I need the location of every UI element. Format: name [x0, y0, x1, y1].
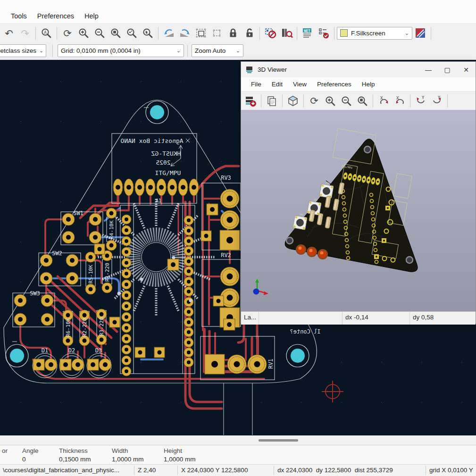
orthographic-view-icon[interactable]: [286, 94, 300, 108]
svg-text:SW2: SW2: [52, 250, 62, 257]
zoom-in-icon[interactable]: [323, 94, 337, 108]
3d-viewer-titlebar[interactable]: 3D Viewer — ▢ ✕: [241, 62, 476, 77]
flip-right-icon[interactable]: [178, 26, 192, 40]
zoom-label: Zoom Auto: [195, 47, 225, 54]
zoom-dropdown[interactable]: Zoom Auto ⌄: [192, 44, 243, 57]
zoom-in-icon[interactable]: [76, 26, 91, 40]
library-browser-icon[interactable]: [279, 26, 293, 40]
3d-viewer-statusbar: La... dx -0,14 dy 0,58: [241, 311, 476, 325]
layer-selector[interactable]: F.Silkscreen ⌄: [337, 27, 412, 40]
unlock-icon[interactable]: [242, 26, 256, 40]
menu-edit[interactable]: Edit: [267, 80, 288, 89]
grid-dropdown[interactable]: Grid: 0,0100 mm (0,0004 in) ⌄: [58, 44, 184, 57]
svg-text:Y: Y: [422, 95, 425, 100]
window-title: 3D Viewer: [258, 66, 419, 73]
zoom-out-icon[interactable]: [92, 26, 107, 40]
3d-render: ITG/MPU SW1: [241, 110, 476, 311]
redo-icon[interactable]: ↷: [18, 26, 32, 40]
status-separator: [342, 312, 342, 325]
svg-text:D2: D2: [68, 347, 75, 354]
menu-preferences[interactable]: Preferences: [312, 80, 357, 89]
status-separator: [259, 312, 259, 325]
menu-tools[interactable]: Tools: [6, 11, 32, 21]
refresh-icon[interactable]: ⟳: [60, 26, 75, 40]
flip-left-icon[interactable]: [162, 26, 176, 40]
width-value: 1,0000 mm: [112, 456, 144, 463]
relative-position: dx 224,0300 dy 122,5800 dist 255,3729: [277, 467, 393, 474]
toolbar-separator: [410, 94, 410, 107]
net-inspector-icon[interactable]: NET: [301, 26, 315, 40]
menu-help[interactable]: Help: [79, 11, 104, 21]
chevron-down-icon: ⌄: [174, 48, 181, 54]
rotate-y-cw-icon[interactable]: Y: [414, 94, 428, 108]
main-toolbar: ↶ ↷ A ⟳ NET F.Silkscreen ⌄: [0, 24, 476, 42]
maximize-button[interactable]: ▢: [438, 62, 457, 77]
svg-text:SW3: SW3: [30, 290, 40, 297]
chevron-down-icon: ⌄: [36, 48, 43, 54]
layer-pair-icon[interactable]: [413, 26, 427, 40]
3d-viewer-app-icon: [245, 66, 253, 74]
rotate-x-ccw-icon[interactable]: X: [392, 94, 407, 108]
scrollbar-thumb[interactable]: [259, 439, 298, 442]
main-menubar: Tools Preferences Help: [0, 0, 476, 24]
toolbar-separator: [334, 27, 334, 40]
status-coordinates-bar: \courses\digital_fabrication_and_physic.…: [0, 464, 476, 476]
copy-image-icon[interactable]: [265, 94, 279, 108]
toolbar-separator: [57, 27, 57, 40]
close-button[interactable]: ✕: [457, 62, 476, 77]
svg-text:RV2: RV2: [221, 252, 231, 259]
zoom-fit-page-icon[interactable]: [109, 26, 123, 40]
lock-icon[interactable]: [226, 26, 240, 40]
selection-area-icon[interactable]: [194, 26, 208, 40]
zoom-out-icon[interactable]: [339, 94, 353, 108]
zoom-selection-icon[interactable]: [141, 26, 155, 40]
search-footprint-icon[interactable]: A: [39, 26, 53, 40]
grid-label: Grid: 0,0100 mm (0,0004 in): [61, 47, 141, 54]
selection-item-icon[interactable]: [210, 26, 224, 40]
svg-text:R3-220: R3-220: [99, 317, 105, 336]
status-dy: dy 0,58: [413, 314, 434, 321]
rotate-x-cw-icon[interactable]: X: [376, 94, 391, 108]
toolbar-separator: [282, 94, 283, 107]
zoom-fit-icon[interactable]: [355, 94, 369, 108]
horizontal-scrollbar[interactable]: [0, 435, 476, 445]
3d-viewer-menubar: File Edit View Preferences Help: [241, 77, 476, 92]
svg-text:D3: D3: [95, 347, 102, 354]
toolbar-separator: [373, 94, 373, 107]
truncated-label: or: [2, 447, 8, 454]
netclass-dropdown[interactable]: netclass sizes ⌄: [0, 44, 46, 57]
cursor-position: X 224,0300 Y 122,5800: [181, 467, 248, 474]
toolbar-separator: [187, 45, 188, 57]
status-left: La...: [244, 314, 256, 321]
netclass-label: netclass sizes: [0, 47, 36, 54]
drc-checklist-icon[interactable]: [317, 26, 331, 40]
svg-text:2025: 2025: [156, 159, 170, 166]
layer-selected-label: F.Silkscreen: [351, 30, 385, 37]
menu-help[interactable]: Help: [357, 80, 380, 89]
status-separator: [426, 466, 426, 475]
footprint-checker-icon[interactable]: [263, 26, 277, 40]
angle-label: Angle: [22, 447, 39, 454]
undo-icon[interactable]: ↶: [2, 26, 16, 40]
minimize-button[interactable]: —: [419, 62, 438, 77]
svg-text:A1: A1: [156, 198, 161, 203]
thickness-value: 0,1500 mm: [59, 456, 91, 463]
status-dx: dx -0,14: [345, 314, 368, 321]
menu-preferences[interactable]: Preferences: [32, 11, 79, 21]
reload-board-icon[interactable]: [243, 94, 258, 108]
zoom-fit-objects-icon[interactable]: [125, 26, 139, 40]
height-value: 1,0000 mm: [164, 456, 196, 463]
menu-view[interactable]: View: [288, 80, 312, 89]
svg-text:A: A: [44, 30, 47, 35]
svg-text:ITG/MPU: ITG/MPU: [155, 169, 181, 176]
chevron-down-icon: ⌄: [402, 30, 409, 36]
rotate-y-ccw-icon[interactable]: Y: [430, 94, 444, 108]
width-label: Width: [112, 447, 128, 454]
status-separator: [274, 466, 274, 475]
svg-text:D1: D1: [42, 347, 48, 354]
svg-text:R1-220: R1-220: [104, 263, 110, 282]
menu-file[interactable]: File: [246, 80, 267, 89]
3d-viewport[interactable]: ITG/MPU SW1: [241, 110, 476, 311]
refresh-icon[interactable]: ⟳: [307, 94, 321, 108]
angle-value: 0: [22, 456, 26, 463]
